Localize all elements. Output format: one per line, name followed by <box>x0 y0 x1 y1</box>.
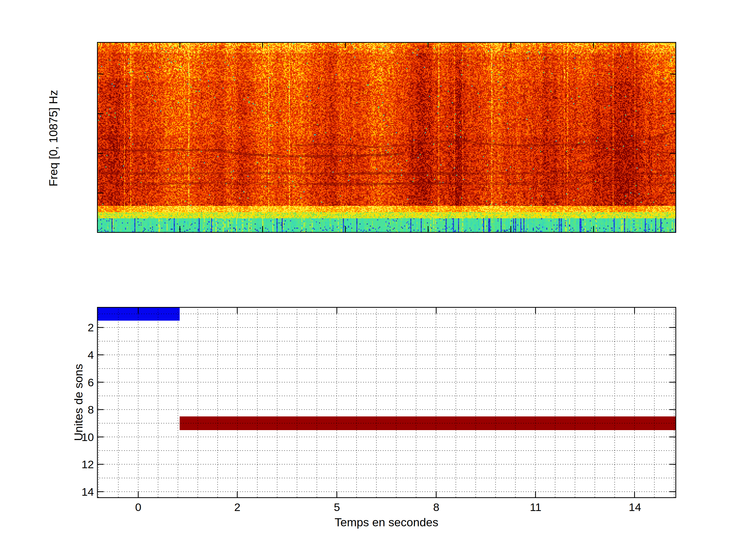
units-timeline-svg <box>97 307 676 498</box>
x-tick-2: 2 <box>222 501 253 513</box>
matlab-figure: { "top_plot": { "ylabel": "Freq [0, 1087… <box>0 0 747 560</box>
x-tick-0: 0 <box>123 501 154 513</box>
y-tick-14: 14 <box>73 486 94 498</box>
units-ylabel: Unites de sons <box>73 350 84 454</box>
spectrogram-plot <box>97 42 676 233</box>
y-tick-2: 2 <box>73 322 94 333</box>
y-tick-12: 12 <box>73 459 94 470</box>
x-tick-14: 14 <box>619 501 650 513</box>
x-tick-5: 5 <box>321 501 353 513</box>
spectrogram-canvas <box>97 42 676 233</box>
x-tick-8: 8 <box>421 501 452 513</box>
plot-border <box>98 308 676 498</box>
x-tick-11: 11 <box>520 501 551 513</box>
spectrogram-ylabel: Freq [0, 10875] Hz <box>48 73 59 203</box>
unit-9-bar <box>180 416 676 430</box>
x-axis-label: Temps en secondes <box>309 516 464 528</box>
units-timeline-plot <box>97 307 676 498</box>
